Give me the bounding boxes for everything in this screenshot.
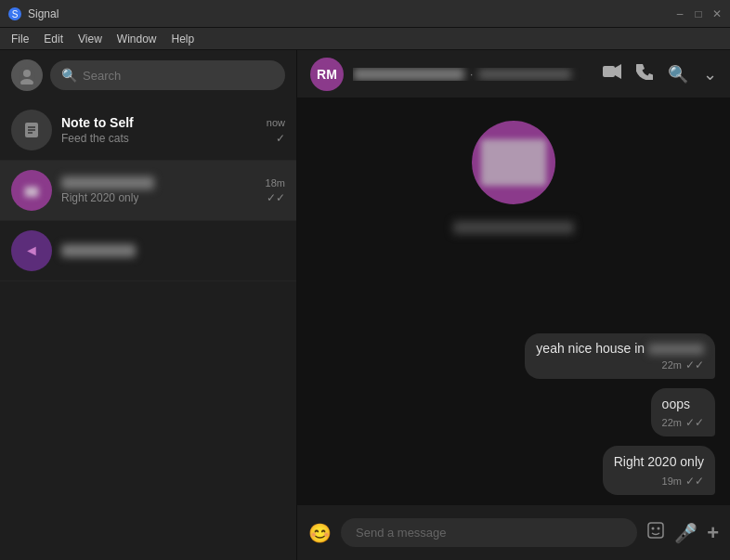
conv-name-3-blurred (61, 244, 136, 257)
user-avatar[interactable] (11, 59, 43, 91)
title-bar: S Signal – □ ✕ (0, 0, 730, 28)
maximize-button[interactable]: □ (693, 8, 704, 20)
msg-time-2: 22m (662, 417, 682, 428)
more-options-icon[interactable]: ⌄ (703, 64, 717, 85)
message-bubble-3: Right 2020 only 19m ✓✓ (603, 446, 715, 495)
svg-rect-9 (603, 66, 615, 77)
conv-preview-2: Right 2020 only ✓✓ (61, 191, 285, 204)
svg-point-13 (658, 527, 660, 530)
conv-status-note: ✓ (276, 132, 285, 145)
video-call-icon[interactable] (603, 64, 621, 84)
conv-preview-note: Feed the cats ✓ (61, 132, 285, 145)
conv-header-note: Note to Self now (61, 115, 285, 130)
svg-point-3 (23, 70, 31, 77)
add-attachment-icon[interactable]: + (707, 521, 719, 545)
message-meta-1: 22m ✓✓ (536, 358, 704, 371)
conv-content-note: Note to Self now Feed the cats ✓ (61, 115, 285, 145)
message-text-1: yeah nice house in (536, 341, 704, 356)
chat-header-actions: 🔍 ⌄ (603, 63, 717, 85)
messages-area: yeah nice house in 22m ✓✓ oops 22m ✓✓ (297, 98, 730, 504)
user-avatar-icon (18, 66, 36, 85)
contact-name-center-blurred (453, 221, 574, 234)
contact-name-center-wrapper (312, 221, 715, 234)
conv-header-3 (61, 244, 285, 257)
title-bar-controls: – □ ✕ (674, 8, 723, 20)
conv-avatar-note (11, 110, 52, 150)
header-search-icon[interactable]: 🔍 (668, 64, 688, 85)
chat-header-status-blurred (478, 69, 571, 80)
contact-avatar-large-wrapper (312, 121, 715, 204)
message-bubble-1: yeah nice house in 22m ✓✓ (525, 333, 715, 379)
msg-time-3: 19m (662, 475, 682, 487)
message-wrapper-3: Right 2020 only 19m ✓✓ (312, 446, 715, 495)
message-input[interactable] (341, 518, 637, 547)
menu-help[interactable]: Help (164, 33, 202, 46)
menu-bar: File Edit View Window Help (0, 28, 730, 50)
contact-avatar-large (472, 121, 555, 204)
message-text-3: Right 2020 only (614, 453, 704, 472)
message-bubble-2: oops 22m ✓✓ (651, 388, 715, 437)
input-area: 😊 🎤 + (297, 504, 730, 560)
app-icon: S (7, 7, 22, 21)
conv-content-2: 18m Right 2020 only ✓✓ (61, 176, 285, 204)
conversation-item-2[interactable]: ▓▓ 18m Right 2020 only ✓✓ (0, 161, 296, 221)
conv-time-note: now (267, 117, 285, 128)
svg-rect-11 (648, 523, 663, 538)
sticker-icon[interactable] (646, 521, 665, 544)
conv-preview-text-note: Feed the cats (61, 132, 129, 145)
sidebar-header: 🔍 (0, 50, 296, 100)
message-wrapper-1: yeah nice house in 22m ✓✓ (312, 333, 715, 379)
minimize-button[interactable]: – (674, 8, 685, 20)
emoji-button[interactable]: 😊 (308, 522, 332, 544)
app-title: Signal (28, 7, 59, 20)
microphone-icon[interactable]: 🎤 (674, 522, 697, 544)
close-button[interactable]: ✕ (711, 8, 723, 20)
sidebar: 🔍 Note to Self now (0, 50, 297, 560)
menu-edit[interactable]: Edit (36, 33, 71, 46)
chat-header-info: · (353, 68, 593, 81)
phone-icon[interactable] (636, 63, 653, 85)
conversation-item-note-to-self[interactable]: Note to Self now Feed the cats ✓ (0, 100, 296, 161)
conv-header-2: 18m (61, 176, 285, 189)
chat-header: RM · (297, 50, 730, 98)
chat-header-avatar: RM (310, 58, 344, 91)
conv-avatar-2-blur: ▓▓ (25, 186, 39, 196)
conv-avatar-3: ◄ (11, 230, 52, 271)
menu-window[interactable]: Window (110, 33, 164, 46)
spacer (312, 243, 715, 326)
chat-avatar-initials: RM (317, 67, 337, 82)
svg-point-12 (652, 527, 655, 530)
svg-text:S: S (12, 9, 19, 20)
conversation-item-3[interactable]: ◄ (0, 221, 296, 281)
message-meta-3: 19m ✓✓ (614, 475, 704, 488)
conv-name-2-blurred (61, 176, 154, 189)
contact-avatar-inner (481, 139, 546, 186)
menu-view[interactable]: View (71, 33, 110, 46)
conv-avatar-3-icon: ◄ (24, 242, 39, 259)
msg-check-1: ✓✓ (685, 358, 704, 371)
conversation-list: Note to Self now Feed the cats ✓ ▓▓ (0, 100, 296, 560)
conv-preview-text-2: Right 2020 only (61, 191, 138, 204)
conv-avatar-2: ▓▓ (11, 170, 52, 211)
msg-blur-1 (648, 344, 704, 355)
search-icon: 🔍 (61, 68, 77, 83)
input-right-icons: 🎤 + (646, 521, 719, 545)
msg-check-2: ✓✓ (685, 416, 704, 429)
menu-file[interactable]: File (4, 33, 36, 46)
message-wrapper-2: oops 22m ✓✓ (312, 388, 715, 437)
conv-name-note: Note to Self (61, 115, 134, 130)
conv-content-3 (61, 244, 285, 257)
search-input[interactable] (83, 69, 274, 83)
search-bar[interactable]: 🔍 (50, 60, 285, 90)
conv-time-2: 18m (266, 177, 285, 189)
chat-header-name-blurred (353, 68, 464, 81)
chat-header-dot: · (470, 68, 473, 81)
msg-time-1: 22m (662, 359, 682, 371)
app-body: 🔍 Note to Self now (0, 50, 730, 560)
note-icon (21, 120, 42, 140)
message-text-2: oops (662, 396, 704, 414)
svg-marker-10 (615, 64, 621, 79)
chat-area: RM · (297, 50, 730, 560)
conv-status-2: ✓✓ (267, 191, 285, 204)
msg-check-3: ✓✓ (685, 475, 704, 488)
